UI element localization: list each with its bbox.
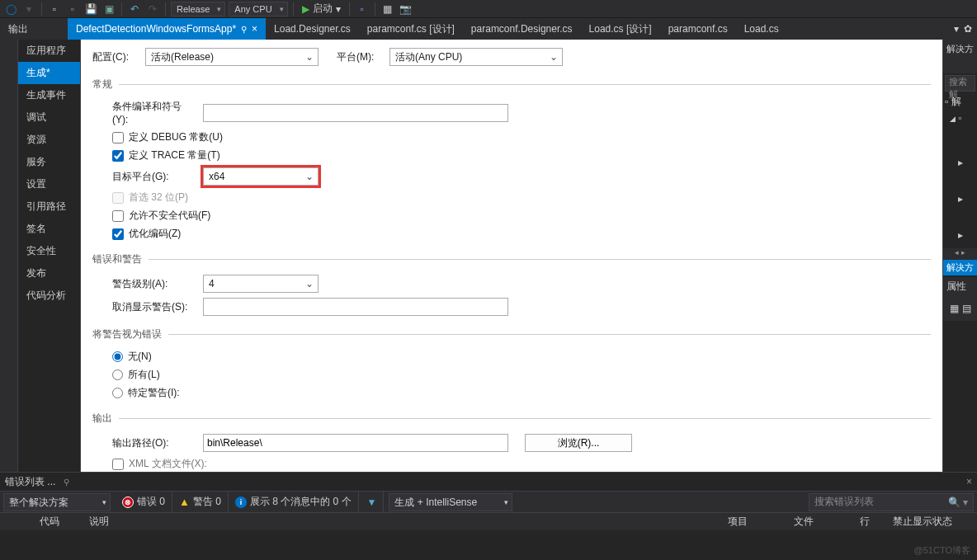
project-properties-nav: 应用程序 生成* 生成事件 调试 资源 服务 设置 引用路径 签名 安全性 发布… xyxy=(18,40,81,472)
tool-icon-1[interactable]: ▫ xyxy=(355,2,370,16)
header-description[interactable]: 说明 xyxy=(83,515,721,529)
warn-err-all-radio[interactable]: 所有(L) xyxy=(112,368,931,382)
tree-expand-chevron-icon[interactable]: ▸ xyxy=(958,193,963,205)
nav-fwd-icon[interactable]: ▾ xyxy=(21,2,36,16)
tab-paramconf-designer[interactable]: paramconf.Designer.cs xyxy=(463,18,581,40)
save-icon[interactable]: 💾 xyxy=(83,2,98,16)
scope-dropdown[interactable]: 整个解决方案 xyxy=(3,493,111,511)
saveall-icon[interactable]: ▣ xyxy=(101,2,116,16)
error-search-input[interactable]: 搜索错误列表🔍 ▾ xyxy=(809,493,974,511)
build-settings-pane: 配置(C): 活动(Release) 平台(M): 活动(Any CPU) 常规… xyxy=(81,40,942,472)
properties-toolbar[interactable]: ▦▤ xyxy=(943,296,977,321)
tabs-settings-icon[interactable]: ✿ xyxy=(964,23,972,35)
watermark-text: @51CTO博客 xyxy=(914,544,970,557)
tab-project-properties[interactable]: DefectDetectionWindowsFormsApp*⚲× xyxy=(68,18,266,40)
header-project[interactable]: 项目 xyxy=(721,515,787,529)
header-suppress[interactable]: 禁止显示状态 xyxy=(886,515,977,529)
sidebar-item-publish[interactable]: 发布 xyxy=(18,262,80,285)
tabs-dropdown-icon[interactable]: ▾ xyxy=(954,23,959,35)
sidebar-item-resources[interactable]: 资源 xyxy=(18,129,80,151)
output-path-label: 输出路径(O): xyxy=(112,436,191,450)
left-tool-strip[interactable] xyxy=(0,40,18,472)
tree-collapse-icon[interactable]: ◢ xyxy=(950,115,956,123)
tree-expand-chevron-icon[interactable]: ▸ xyxy=(958,229,963,241)
solution-explorer-tab[interactable]: 解决方 xyxy=(943,260,977,275)
tree-expand-chevron-icon[interactable]: ▸ xyxy=(958,157,963,168)
open-icon[interactable]: ▫ xyxy=(65,2,80,16)
sidebar-item-refpaths[interactable]: 引用路径 xyxy=(18,195,80,218)
suppress-warn-label: 取消显示警告(S): xyxy=(112,300,191,314)
sidebar-item-settings[interactable]: 设置 xyxy=(18,173,80,195)
define-debug-checkbox[interactable]: 定义 DEBUG 常数(U) xyxy=(112,130,931,144)
solution-config-dropdown[interactable]: Release xyxy=(171,2,225,16)
output-path-input[interactable] xyxy=(203,434,508,452)
config-dropdown[interactable]: 活动(Release) xyxy=(145,48,319,66)
solution-explorer-title: 解决方 xyxy=(943,40,977,59)
tab-paramconf-cs[interactable]: paramconf.cs xyxy=(660,18,736,40)
redo-icon[interactable]: ↷ xyxy=(145,2,160,16)
tab-paramconf-design[interactable]: paramconf.cs [设计] xyxy=(359,18,463,40)
sidebar-item-security[interactable]: 安全性 xyxy=(18,240,80,262)
target-platform-dropdown[interactable]: x64 xyxy=(203,167,319,186)
header-file[interactable]: 文件 xyxy=(787,515,853,529)
close-icon[interactable]: × xyxy=(252,23,257,35)
warnings-filter-button[interactable]: ▲警告 0 xyxy=(172,492,229,513)
filter-icon: ▼ xyxy=(367,496,377,508)
error-list-panel: 错误列表 ... ⚲ × 整个解决方案 ⊗错误 0 ▲警告 0 i展示 8 个消… xyxy=(0,472,977,560)
browse-button[interactable]: 浏览(R)... xyxy=(525,434,632,452)
platform-label: 平台(M): xyxy=(337,50,383,64)
warn-level-dropdown[interactable]: 4 xyxy=(203,275,319,293)
solution-tree[interactable]: ▫ 解 ◢ ▫ ▸ ▸ ▸ xyxy=(943,93,977,248)
filter-icon-button[interactable]: ▼ xyxy=(359,492,385,513)
sidebar-item-build-events[interactable]: 生成事件 xyxy=(18,84,80,106)
tool-icon-2[interactable]: ▦ xyxy=(380,2,395,16)
error-list-tab[interactable]: 错误列表 ... xyxy=(5,475,55,489)
header-line[interactable]: 行 xyxy=(853,515,886,529)
sidebar-item-services[interactable]: 服务 xyxy=(18,151,80,173)
tab-load-design[interactable]: Load.cs [设计] xyxy=(581,18,660,40)
target-platform-label: 目标平台(G): xyxy=(112,170,191,184)
properties-panel-title[interactable]: 属性 xyxy=(943,277,977,296)
scroll-indicator[interactable]: ◂ ▸ xyxy=(943,248,977,260)
info-icon: i xyxy=(235,496,247,508)
sidebar-item-signing[interactable]: 签名 xyxy=(18,218,80,240)
output-panel-label[interactable]: 输出 xyxy=(0,18,68,40)
optimize-code-checkbox[interactable]: 优化编码(Z) xyxy=(112,227,931,241)
pin-icon[interactable]: ⚲ xyxy=(64,478,69,487)
close-panel-icon[interactable]: × xyxy=(966,476,972,487)
messages-filter-button[interactable]: i展示 8 个消息中的 0 个 xyxy=(229,492,359,513)
warn-err-none-radio[interactable]: 无(N) xyxy=(112,350,931,364)
sidebar-item-debug[interactable]: 调试 xyxy=(18,106,80,129)
cond-symbols-input[interactable] xyxy=(203,104,508,122)
new-icon[interactable]: ▫ xyxy=(47,2,62,16)
warn-err-specific-radio[interactable]: 特定警告(I): xyxy=(112,386,931,400)
start-debug-button[interactable]: ▶启动 ▾ xyxy=(299,2,344,16)
alphabetize-icon[interactable]: ▤ xyxy=(962,303,971,314)
sidebar-item-build[interactable]: 生成* xyxy=(18,62,80,84)
solution-platform-dropdown[interactable]: Any CPU xyxy=(229,2,287,16)
allow-unsafe-checkbox[interactable]: 允许不安全代码(F) xyxy=(112,209,931,223)
undo-icon[interactable]: ↶ xyxy=(127,2,142,16)
nav-back-icon[interactable]: ◯ xyxy=(3,2,18,16)
solution-toolbar[interactable] xyxy=(943,59,977,73)
tree-expand-icon[interactable]: ▫ xyxy=(945,96,948,107)
errors-filter-button[interactable]: ⊗错误 0 xyxy=(116,492,172,513)
sidebar-item-code-analysis[interactable]: 代码分析 xyxy=(18,285,80,307)
categorize-icon[interactable]: ▦ xyxy=(950,303,959,314)
define-trace-checkbox[interactable]: 定义 TRACE 常量(T) xyxy=(112,148,931,162)
xml-doc-checkbox[interactable]: XML 文档文件(X): xyxy=(112,457,931,471)
tool-icon-3[interactable]: 📷 xyxy=(399,2,413,16)
error-list-headers: 代码 说明 项目 文件 行 禁止显示状态 xyxy=(0,512,977,530)
sidebar-item-application[interactable]: 应用程序 xyxy=(18,40,80,62)
suppress-warn-input[interactable] xyxy=(203,298,508,316)
platform-dropdown[interactable]: 活动(Any CPU) xyxy=(389,48,563,66)
solution-search-input[interactable]: 搜索解 xyxy=(945,75,975,92)
build-filter-dropdown[interactable]: 生成 + IntelliSense xyxy=(389,493,512,511)
warn-level-label: 警告级别(A): xyxy=(112,277,191,291)
solution-explorer-panel: 解决方 搜索解 ▫ 解 ◢ ▫ ▸ ▸ ▸ ◂ ▸ 解决方 属性 ▦▤ xyxy=(942,40,977,472)
pin-icon[interactable]: ⚲ xyxy=(241,25,247,34)
section-general-label: 常规 xyxy=(92,78,112,92)
tab-load-cs[interactable]: Load.cs xyxy=(736,18,787,40)
tab-load-designer[interactable]: Load.Designer.cs xyxy=(266,18,359,40)
header-code[interactable]: 代码 xyxy=(33,515,83,529)
